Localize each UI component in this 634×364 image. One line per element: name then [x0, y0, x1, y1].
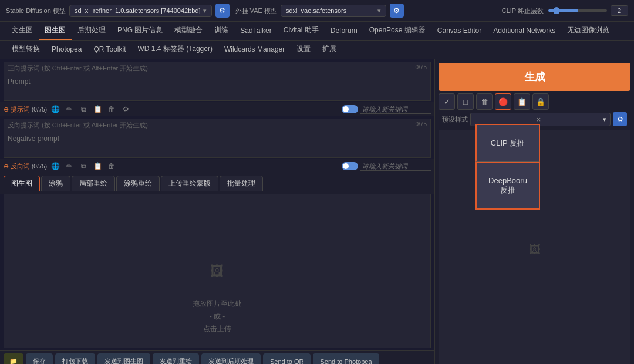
drop-text: 拖放图片至此处 - 或 - 点击上传: [193, 298, 242, 336]
subtab-sketch-inpaint[interactable]: 涂鸦重绘: [116, 176, 160, 191]
clip-deepbooru-popup: CLIP 反推 DeepBooru 反推: [476, 124, 540, 210]
clip-reverse-button[interactable]: CLIP 反推: [476, 124, 540, 162]
subtab-img2img[interactable]: 图生图: [4, 176, 40, 191]
checkmark-button[interactable]: ✓: [439, 93, 455, 110]
content-wrapper: 正向提示词 (按 Ctrl+Enter 或 Alt+Enter 开始生成) 0/…: [0, 59, 634, 364]
send-to-img2img-button[interactable]: 发送到图生图: [97, 353, 150, 364]
send-to-postprocess-button[interactable]: 发送到后期处理: [201, 353, 261, 364]
tab-photopea[interactable]: Photopea: [46, 42, 87, 58]
settings-icon[interactable]: ⚙: [120, 103, 131, 115]
tab-qr-toolkit[interactable]: QR Toolkit: [87, 42, 131, 58]
negative-toggle-switch[interactable]: [342, 162, 358, 170]
positive-keyword-toggle: [342, 105, 431, 114]
clip-value: 2: [611, 5, 628, 16]
negative-prompt-input[interactable]: [4, 132, 430, 156]
positive-prompt-counter: 0/75: [416, 64, 427, 70]
vae-value: sdxl_vae.safetensors: [286, 7, 346, 14]
tab-extras[interactable]: 后期处理: [72, 22, 112, 40]
send-to-qr-button[interactable]: Send to QR: [263, 353, 311, 364]
subtab-sketch[interactable]: 涂鸦: [41, 176, 70, 191]
tab-deforum[interactable]: Deforum: [325, 23, 363, 39]
top-bar: Stable Diffusion 模型 sd_xl_refiner_1.0.sa…: [0, 0, 634, 22]
model-select[interactable]: sd_xl_refiner_1.0.safetensors [7440042bb…: [69, 5, 212, 17]
nav-tabs-row2: 模型转换 Photopea QR Toolkit WD 1.4 标签器 (Tag…: [0, 41, 634, 59]
clip-label: CLIP 终止层数: [502, 6, 544, 15]
drop-text-line1: 拖放图片至此处: [193, 298, 242, 311]
tab-tagger[interactable]: WD 1.4 标签器 (Tagger): [132, 41, 218, 59]
delete-button[interactable]: 🗑: [476, 93, 493, 110]
generate-area: 生成 ✓ □ 🗑 🔴 📋 🔒 预设样式 × ▾ ⚙: [435, 59, 634, 130]
lock-button[interactable]: 🔒: [532, 93, 549, 110]
clip-slider[interactable]: [548, 9, 607, 12]
tab-openpose[interactable]: OpenPose 编辑器: [363, 22, 431, 40]
tab-wildcards[interactable]: Wildcards Manager: [218, 42, 291, 58]
tab-sadtalker[interactable]: SadTalker: [234, 23, 277, 39]
sub-tabs: 图生图 涂鸦 局部重绘 涂鸦重绘 上传重绘蒙版 批量处理: [0, 173, 434, 194]
tab-merge[interactable]: 模型融合: [168, 22, 208, 40]
positive-keyword-input[interactable]: [360, 105, 431, 114]
subtab-inpaint[interactable]: 局部重绘: [72, 176, 115, 191]
tab-additional-networks[interactable]: Additional Networks: [487, 23, 561, 39]
subtab-upload-mask[interactable]: 上传重绘蒙版: [161, 176, 218, 191]
tab-model-convert[interactable]: 模型转换: [6, 41, 46, 59]
left-panel: 正向提示词 (按 Ctrl+Enter 或 Alt+Enter 开始生成) 0/…: [0, 59, 434, 364]
send-to-photopea-button[interactable]: Send to Photopea: [313, 353, 379, 364]
tab-txt2img[interactable]: 文生图: [6, 22, 39, 40]
positive-prompt-section: 正向提示词 (按 Ctrl+Enter 或 Alt+Enter 开始生成) 0/…: [4, 62, 431, 101]
negative-prompt-label: ⊕ 反向词 (0/75): [4, 162, 47, 171]
right-panel: 生成 ✓ □ 🗑 🔴 📋 🔒 预设样式 × ▾ ⚙ 🖼: [434, 59, 634, 364]
tab-settings[interactable]: 设置: [291, 41, 316, 59]
model-gear-button[interactable]: ⚙: [215, 4, 230, 18]
tab-extensions[interactable]: 扩展: [316, 41, 342, 59]
neg-edit-icon[interactable]: ✏: [63, 160, 75, 172]
save-button[interactable]: 保存: [26, 353, 53, 364]
model-label: Stable Diffusion 模型: [6, 6, 66, 15]
neg-globe-icon[interactable]: 🌐: [49, 160, 61, 172]
positive-prompt-toolbar: ⊕ 提示词 (0/75) 🌐 ✏ ⧉ 📋 🗑 ⚙: [0, 102, 434, 116]
send-to-redraw-button[interactable]: 发送到重绘: [153, 353, 199, 364]
copy-icon[interactable]: ⧉: [77, 103, 89, 115]
positive-prompt-input[interactable]: [4, 75, 430, 99]
image-drop-area[interactable]: 🖼 拖放图片至此处 - 或 - 点击上传: [4, 194, 431, 348]
tab-image-browser[interactable]: 无边图像浏览: [561, 22, 615, 40]
negative-keyword-input[interactable]: [360, 162, 431, 171]
clear-icon[interactable]: 🗑: [106, 103, 117, 115]
image-placeholder-icon: 🖼: [529, 243, 541, 257]
tab-canvas-editor[interactable]: Canvas Editor: [431, 23, 487, 39]
interrupt-button[interactable]: 🔴: [495, 93, 511, 110]
clip-slider-wrap: 2: [548, 5, 628, 16]
square-button[interactable]: □: [457, 93, 474, 110]
subtab-batch[interactable]: 批量处理: [220, 176, 263, 191]
negative-prompt-toolbar: ⊕ 反向词 (0/75) 🌐 ✏ ⧉ 📋 🗑: [0, 159, 434, 173]
folder-button[interactable]: 📁: [4, 353, 23, 364]
zip-download-button[interactable]: 打包下载: [55, 353, 95, 364]
clip-section: CLIP 终止层数 2: [502, 5, 628, 16]
tab-train[interactable]: 训练: [208, 22, 234, 40]
image-placeholder-icon: 🖼: [210, 263, 224, 279]
tab-civitai[interactable]: Civitai 助手: [278, 22, 325, 40]
negative-prompt-hint: 反向提示词 (按 Ctrl+Enter 或 Alt+Enter 开始生成): [4, 119, 430, 132]
positive-toggle-switch[interactable]: [342, 105, 358, 113]
chevron-down-icon: ▾: [603, 116, 606, 123]
drop-text-line3: 点击上传: [193, 323, 242, 336]
tab-png-info[interactable]: PNG 图片信息: [112, 22, 168, 40]
preset-close-icon[interactable]: ×: [537, 115, 541, 124]
neg-clear-icon[interactable]: 🗑: [106, 160, 117, 172]
neg-paste-icon[interactable]: 📋: [92, 160, 103, 172]
neg-copy-icon[interactable]: ⧉: [77, 160, 89, 172]
nav-tabs-row1: 文生图 图生图 后期处理 PNG 图片信息 模型融合 训练 SadTalker …: [0, 22, 634, 41]
action-row: ✓ □ 🗑 🔴 📋 🔒: [439, 93, 630, 110]
edit-icon[interactable]: ✏: [63, 103, 75, 115]
vae-gear-button[interactable]: ⚙: [390, 4, 404, 18]
tab-img2img[interactable]: 图生图: [39, 22, 72, 40]
chevron-down-icon: ▾: [203, 7, 207, 15]
generate-button[interactable]: 生成: [439, 63, 630, 91]
negative-prompt-count: (0/75): [32, 163, 47, 170]
deepbooru-reverse-button[interactable]: DeepBooru 反推: [476, 162, 540, 210]
paste-icon[interactable]: 📋: [92, 103, 103, 115]
clipboard-button[interactable]: 📋: [514, 93, 530, 110]
globe-icon[interactable]: 🌐: [49, 103, 61, 115]
drop-text-line2: - 或 -: [193, 311, 242, 323]
preset-settings-button[interactable]: ⚙: [613, 112, 627, 126]
vae-select[interactable]: sdxl_vae.safetensors ▾: [281, 5, 386, 17]
